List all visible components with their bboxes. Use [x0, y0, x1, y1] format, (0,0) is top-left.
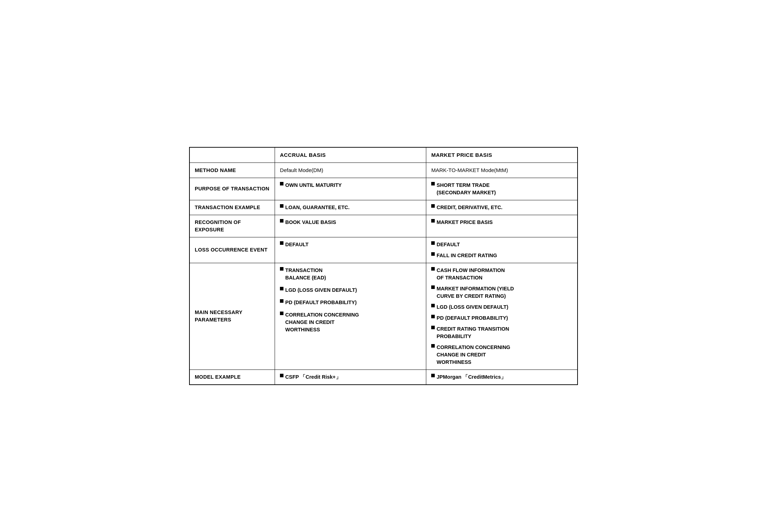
loss-occurrence-accrual-text: DEFAULT [285, 241, 421, 248]
purpose-market-item: SHORT TERM TRADE (SECONDARY MARKET) [431, 182, 572, 196]
bullet-icon [431, 315, 435, 318]
param-accrual-item-0: TRANSACTIONBALANCE (EAD) [280, 267, 421, 282]
loss-occurrence-market-text1: DEFAULT [437, 241, 572, 248]
recognition-exposure-row: RECOGNITION OF EXPOSURE BOOK VALUE BASIS… [189, 215, 578, 237]
header-row: ACCRUAL BASIS MARKET PRICE BASIS [189, 147, 578, 162]
param-accrual-item-2: PD (DEFAULT PROBABILITY) [280, 299, 421, 306]
param-market-text-1: MARKET INFORMATION (YIELDCURVE BY CREDIT… [437, 285, 572, 300]
method-name-market: MARK-TO-MARKET Mode(MtM) [426, 162, 578, 178]
transaction-market-text: CREDIT, DERIVATIVE, ETC. [437, 204, 572, 211]
purpose-accrual: OWN UNTIL MATURITY [275, 178, 426, 200]
transaction-example-accrual: LOAN, GUARANTEE, ETC. [275, 200, 426, 215]
purpose-accrual-text: OWN UNTIL MATURITY [285, 182, 421, 189]
method-name-row: METHOD NAME Default Mode(DM) MARK-TO-MAR… [189, 162, 578, 178]
purpose-row: PURPOSE OF TRANSACTION OWN UNTIL MATURIT… [189, 178, 578, 200]
main-parameters-label2: PARAMETERS [195, 317, 231, 323]
param-accrual-item-1: LGD (LOSS GIVEN DEFAULT) [280, 286, 421, 294]
param-accrual-text-0: TRANSACTIONBALANCE (EAD) [285, 267, 421, 282]
method-name-label: METHOD NAME [189, 162, 275, 178]
method-name-accrual: Default Mode(DM) [275, 162, 426, 178]
model-example-label: MODEL EXAMPLE [189, 370, 275, 385]
bullet-icon [431, 204, 435, 208]
bullet-icon [431, 252, 435, 256]
param-market-text-3: PD (DEFAULT PROBABILITY) [437, 314, 572, 322]
param-accrual-text-3: CORRELATION CONCERNINGCHANGE IN CREDITWO… [285, 311, 421, 333]
transaction-market-item: CREDIT, DERIVATIVE, ETC. [431, 204, 572, 211]
model-market-item: JPMorgan 「CreditMetrics」 [431, 373, 572, 381]
bullet-icon [280, 374, 283, 377]
purpose-label: PURPOSE OF TRANSACTION [189, 178, 275, 200]
bullet-icon [280, 182, 283, 185]
param-market-text-5: CORRELATION CONCERNINGCHANGE IN CREDITWO… [437, 344, 572, 366]
bullet-icon [431, 182, 435, 185]
recognition-market-item: MARKET PRICE BASIS [431, 219, 572, 226]
param-market-item-3: PD (DEFAULT PROBABILITY) [431, 314, 572, 322]
bullet-icon [431, 344, 435, 348]
bullet-icon [431, 374, 435, 377]
purpose-market-text: SHORT TERM TRADE (SECONDARY MARKET) [437, 182, 572, 196]
param-market-text-4: CREDIT RATING TRANSITIONPROBABILITY [437, 325, 572, 340]
bullet-icon [280, 241, 283, 245]
model-accrual-text: CSFP 「Credit Risk+」 [285, 373, 421, 381]
loss-occurrence-market: DEFAULT FALL IN CREDIT RATING [426, 237, 578, 263]
param-accrual-text-2: PD (DEFAULT PROBABILITY) [285, 299, 421, 306]
bullet-icon [431, 219, 435, 223]
recognition-accrual: BOOK VALUE BASIS [275, 215, 426, 237]
param-market-item-1: MARKET INFORMATION (YIELDCURVE BY CREDIT… [431, 285, 572, 300]
param-market-text-0: CASH FLOW INFORMATIONOF TRANSACTION [437, 267, 572, 282]
param-accrual-item-3: CORRELATION CONCERNINGCHANGE IN CREDITWO… [280, 311, 421, 333]
recognition-accrual-text: BOOK VALUE BASIS [285, 219, 421, 226]
main-parameters-label1: MAIN NECESSARY [195, 309, 242, 315]
recognition-accrual-item: BOOK VALUE BASIS [280, 219, 421, 226]
header-accrual: ACCRUAL BASIS [275, 147, 426, 162]
loss-occurrence-label: LOSS OCCURRENCE EVENT [189, 237, 275, 263]
bullet-icon [280, 267, 283, 271]
bullet-icon [280, 287, 283, 290]
loss-occurrence-market-text2: FALL IN CREDIT RATING [437, 252, 572, 259]
param-market-text-2: LGD (LOSS GIVEN DEFAULT) [437, 303, 572, 311]
bullet-icon [431, 285, 435, 289]
recognition-market-text: MARKET PRICE BASIS [437, 219, 572, 226]
bullet-icon [280, 312, 283, 315]
recognition-market: MARKET PRICE BASIS [426, 215, 578, 237]
bullet-icon [280, 219, 283, 223]
main-parameters-row: MAIN NECESSARY PARAMETERS TRANSACTIONBAL… [189, 263, 578, 370]
loss-occurrence-market-item1: DEFAULT [431, 241, 572, 248]
param-market-item-5: CORRELATION CONCERNINGCHANGE IN CREDITWO… [431, 344, 572, 366]
comparison-table: ACCRUAL BASIS MARKET PRICE BASIS METHOD … [189, 147, 578, 385]
model-example-accrual: CSFP 「Credit Risk+」 [275, 370, 426, 385]
transaction-example-row: TRANSACTION EXAMPLE LOAN, GUARANTEE, ETC… [189, 200, 578, 215]
loss-occurrence-row: LOSS OCCURRENCE EVENT DEFAULT DEFAULT FA… [189, 237, 578, 263]
loss-occurrence-market-item2: FALL IN CREDIT RATING [431, 252, 572, 259]
param-market-item-2: LGD (LOSS GIVEN DEFAULT) [431, 303, 572, 311]
bullet-icon [431, 267, 435, 271]
bullet-icon [431, 326, 435, 329]
loss-occurrence-accrual-item: DEFAULT [280, 241, 421, 248]
purpose-market: SHORT TERM TRADE (SECONDARY MARKET) [426, 178, 578, 200]
loss-occurrence-accrual: DEFAULT [275, 237, 426, 263]
param-market-item-4: CREDIT RATING TRANSITIONPROBABILITY [431, 325, 572, 340]
transaction-accrual-text: LOAN, GUARANTEE, ETC. [285, 204, 421, 211]
header-col1 [189, 147, 275, 162]
bullet-icon [431, 241, 435, 245]
model-example-market: JPMorgan 「CreditMetrics」 [426, 370, 578, 385]
main-parameters-label: MAIN NECESSARY PARAMETERS [189, 263, 275, 370]
bullet-icon [431, 304, 435, 307]
bullet-icon [280, 204, 283, 208]
transaction-accrual-item: LOAN, GUARANTEE, ETC. [280, 204, 421, 211]
transaction-example-label: TRANSACTION EXAMPLE [189, 200, 275, 215]
recognition-label: RECOGNITION OF EXPOSURE [189, 215, 275, 237]
main-parameters-market: CASH FLOW INFORMATIONOF TRANSACTION MARK… [426, 263, 578, 370]
param-accrual-text-1: LGD (LOSS GIVEN DEFAULT) [285, 286, 421, 294]
model-example-row: MODEL EXAMPLE CSFP 「Credit Risk+」 JPMorg… [189, 370, 578, 385]
model-accrual-item: CSFP 「Credit Risk+」 [280, 373, 421, 381]
param-market-item-0: CASH FLOW INFORMATIONOF TRANSACTION [431, 267, 572, 282]
transaction-example-market: CREDIT, DERIVATIVE, ETC. [426, 200, 578, 215]
bullet-icon [280, 299, 283, 303]
model-market-text: JPMorgan 「CreditMetrics」 [437, 373, 572, 381]
main-parameters-accrual: TRANSACTIONBALANCE (EAD) LGD (LOSS GIVEN… [275, 263, 426, 370]
header-market: MARKET PRICE BASIS [426, 147, 578, 162]
purpose-accrual-item: OWN UNTIL MATURITY [280, 182, 421, 189]
comparison-table-container: ACCRUAL BASIS MARKET PRICE BASIS METHOD … [189, 147, 578, 385]
